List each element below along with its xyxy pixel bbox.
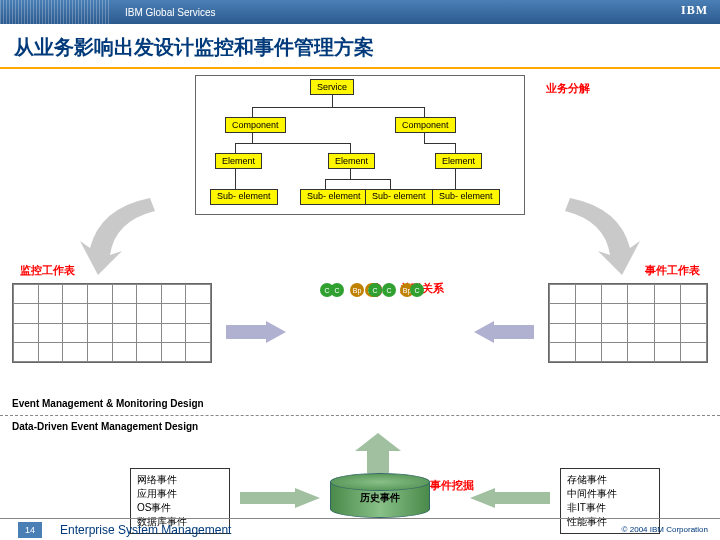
tree-component: Component <box>225 117 286 133</box>
tree-sub: Sub- element <box>210 189 278 205</box>
page-number: 14 <box>18 522 42 538</box>
tree-element: Element <box>435 153 482 169</box>
monitor-table <box>12 283 212 363</box>
block-arrow-left-icon <box>474 321 534 343</box>
arrow-right-icon <box>240 488 320 508</box>
event-target-item: 中间件事件 <box>567 487 653 501</box>
event-target-item: 存储事件 <box>567 473 653 487</box>
up-arrow-icon <box>355 433 401 473</box>
slide-title: 从业务影响出发设计监控和事件管理方案 <box>0 24 720 67</box>
arrow-right-icon <box>470 488 550 508</box>
section1-title: Event Management & Monitoring Design <box>12 398 204 409</box>
node-c: C <box>382 283 396 297</box>
divider <box>0 415 720 416</box>
header-decor <box>0 0 110 24</box>
tree-sub: Sub- element <box>300 189 368 205</box>
relation-diagram: P P P C Bp Bp C Bp C C C <box>310 283 440 393</box>
node-b: Bp <box>350 283 364 297</box>
copyright: © 2004 IBM Corporation <box>622 525 708 534</box>
tree-sub: Sub- element <box>365 189 433 205</box>
event-source-item: OS事件 <box>137 501 223 515</box>
tree-service: Service <box>310 79 354 95</box>
title-accent <box>0 67 720 69</box>
history-db-icon: 历史事件 <box>330 473 430 523</box>
tree-element: Element <box>215 153 262 169</box>
event-table <box>548 283 708 363</box>
header-bar: IBM Global Services IBM <box>0 0 720 24</box>
section2-title: Data-Driven Event Management Design <box>12 421 198 432</box>
event-source-item: 网络事件 <box>137 473 223 487</box>
tree-component: Component <box>395 117 456 133</box>
footer: 14 Enterprise System Management © 2004 I… <box>0 518 720 540</box>
header-org: IBM Global Services <box>125 7 216 18</box>
event-sheet-label: 事件工作表 <box>645 263 700 278</box>
history-label: 历史事件 <box>330 491 430 505</box>
tree-sub: Sub- element <box>432 189 500 205</box>
content-area: Service 业务分解 Component Component Element… <box>0 73 720 533</box>
mining-label: 事件挖掘 <box>430 478 474 493</box>
monitor-sheet-label: 监控工作表 <box>20 263 75 278</box>
node-c: C <box>320 283 334 297</box>
event-target-item: 非IT事件 <box>567 501 653 515</box>
decomp-label: 业务分解 <box>546 81 590 96</box>
curve-arrow-right-icon <box>540 193 640 283</box>
tree-element: Element <box>328 153 375 169</box>
node-c: C <box>410 283 424 297</box>
ibm-logo: IBM <box>681 3 708 18</box>
curve-arrow-left-icon <box>80 193 180 283</box>
event-source-item: 应用事件 <box>137 487 223 501</box>
block-arrow-right-icon <box>226 321 286 343</box>
footer-title: Enterprise System Management <box>60 523 231 537</box>
node-c: C <box>368 283 382 297</box>
